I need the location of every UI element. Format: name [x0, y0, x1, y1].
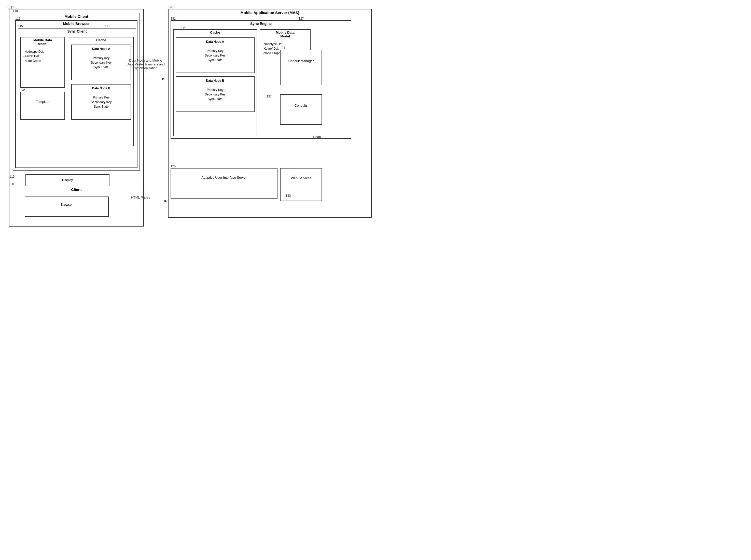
ref-115: 115 [18, 24, 23, 28]
mas-label: Mobile Application Server (MAS) [169, 9, 371, 15]
cache-right-label: Cache [174, 30, 257, 35]
html-arrow-label: HTML Pages [125, 196, 156, 199]
ref-112: 112 [15, 17, 20, 20]
ref-111-corner: 111 [9, 5, 14, 9]
ref-120: 120 [168, 5, 173, 9]
auis-box: Adaptive User Interface Server 126 [171, 168, 277, 199]
data-node-a-right-text: Data Node A Primary KeySecondary KeySync… [176, 38, 254, 63]
sync-arrow-label: Data Node and Mobile Data Model Transfer… [125, 59, 166, 70]
auis-label: Adaptive User Interface Server [171, 168, 277, 180]
web-services-box: Web Services 140 [280, 168, 322, 201]
data-node-a-left-box: Data Node A Primary KeySecondary KeySync… [71, 44, 131, 80]
data-node-b-left-text: Data Node B Primary KeySecondary KeySync… [72, 84, 131, 110]
cache-left-label: Cache [69, 37, 133, 42]
template-box: Template 135 [20, 92, 65, 120]
mobile-data-model-left-box: Mobile DataModel -Nodetype Def.-Keyref D… [20, 37, 65, 88]
data-node-b-right-box: Data Node B Primary KeySecondary KeySync… [176, 76, 255, 112]
browser-label: Browser [25, 197, 108, 207]
data-node-a-left-text: Data Node A Primary KeySecondary KeySync… [72, 45, 131, 71]
conduit-manager-label: Conduit Manager [280, 50, 321, 63]
sync-engine-label: Sync Engine [171, 21, 351, 26]
client-label: Client [9, 186, 143, 192]
data-node-a-right-box: Data Node A Primary KeySecondary KeySync… [176, 37, 255, 73]
display-label: Display [26, 175, 109, 182]
conduits-box: Conduits 137 [280, 94, 322, 125]
ref-113: 113 [105, 24, 110, 28]
ref-135: 135 [20, 88, 25, 92]
ref-130: 130 [9, 182, 14, 186]
soap-label: Soap [313, 135, 321, 139]
diagram: 111 111 Mobile Client 110 Mobile Browser… [0, 0, 376, 280]
conduits-label: Conduits [280, 95, 321, 108]
mobile-data-model-right-label: Mobile DataModel [260, 30, 310, 39]
browser-box: Browser [25, 197, 109, 217]
ref-126: 126 [171, 164, 176, 168]
data-node-b-left-box: Data Node B Primary KeySecondary KeySync… [71, 84, 131, 120]
client-box: Client 130 Browser [9, 186, 144, 226]
ref-124: 124 [280, 46, 285, 49]
web-services-label: Web Services [280, 168, 321, 180]
template-label: Template [21, 92, 64, 104]
ref-140: 140 [285, 194, 291, 198]
ref-131: 131 [171, 17, 176, 20]
ref-119: 119 [9, 175, 15, 178]
mobile-browser-label: Mobile Browser [16, 21, 137, 26]
data-node-b-right-text: Data Node B Primary KeySecondary KeySync… [176, 77, 254, 102]
mobile-data-model-left-detail: -Nodetype Def.-Keyref Def.-Node Graph [21, 48, 64, 64]
mobile-data-model-left-label: Mobile DataModel [21, 37, 64, 46]
sync-client-label: Sync Client [18, 28, 136, 34]
conduit-manager-box: Conduit Manager 124 [280, 49, 322, 85]
mobile-client-label: Mobile Client [13, 13, 139, 19]
ref-137: 137 [266, 95, 272, 98]
ref-110: 110 [13, 9, 18, 13]
ref-127: 127 [299, 17, 304, 20]
